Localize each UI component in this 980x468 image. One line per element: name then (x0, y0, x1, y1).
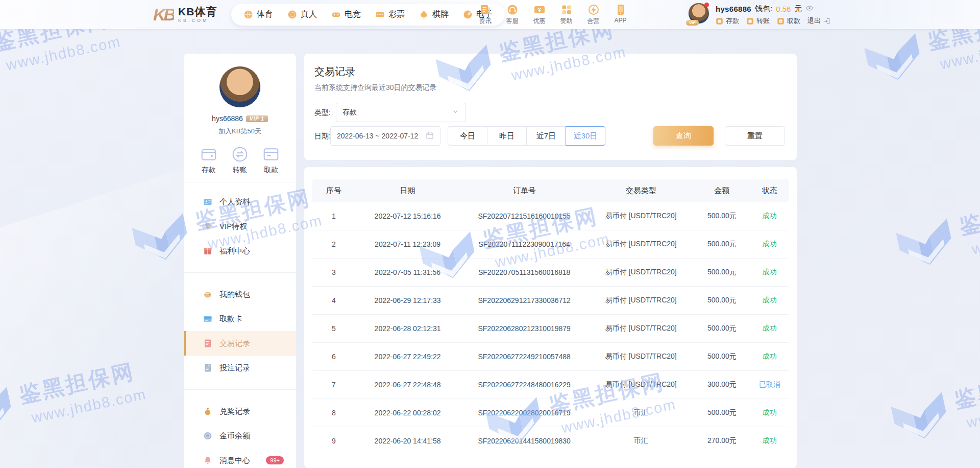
sidebar-item-投注记录[interactable]: 投注记录 (184, 356, 296, 380)
site-domain: KB.COM (178, 18, 217, 23)
watermark-shield-icon (891, 214, 961, 279)
sidebar-item-我的钱包[interactable]: 我的钱包 (184, 282, 296, 307)
logout-button[interactable]: 退出 (807, 16, 830, 26)
cell-date: 2022-06-28 02:12:31 (355, 324, 460, 333)
sidebar-item-VIP特权[interactable]: VIP特权 (184, 214, 296, 239)
user-action-取款[interactable]: 取款 (777, 16, 800, 26)
table-row[interactable]: 62022-06-27 22:49:22SF202206272249210057… (312, 343, 789, 371)
sidebar-quick-取款[interactable]: 取款 (263, 146, 279, 175)
avatar[interactable]: VIP (688, 3, 709, 24)
sidebar-item-兑奖记录[interactable]: 兑奖记录 (184, 399, 296, 424)
nav-item-label: 真人 (301, 9, 317, 20)
utility-item-APP[interactable]: APP (607, 4, 634, 26)
user-action-转账[interactable]: 转账 (746, 16, 770, 26)
profile-avatar[interactable] (219, 66, 261, 108)
sidebar-item-label: 福利中心 (219, 246, 250, 256)
date-label: 日期: (314, 132, 331, 141)
range-button-近7日[interactable]: 近7日 (526, 126, 566, 146)
cell-date: 2022-06-27 22:49:22 (355, 353, 460, 361)
nav-item-真人[interactable]: 真人 (280, 9, 324, 20)
sidebar-item-label: 投注记录 (219, 363, 250, 373)
cell-amount: 500.00元 (693, 352, 750, 361)
utility-item-label: 资讯 (479, 17, 492, 26)
cell-type: 易币付 [USDT/TRC20] (589, 380, 693, 389)
kb-logo[interactable]: KB KB体育 KB.COM (153, 5, 217, 25)
range-button-昨日[interactable]: 昨日 (487, 126, 527, 146)
watermark-title: 鉴黑担保网 (952, 361, 980, 414)
cell-type: 易币付 [USDT/TRC20] (589, 352, 693, 361)
type-select[interactable]: 存款 (336, 103, 466, 122)
quick-actions: 存款转账取款 (184, 136, 296, 182)
sidebar-quick-存款[interactable]: 存款 (201, 146, 217, 175)
user-action-label: 取款 (787, 16, 800, 26)
watermark-url: www.jhdb8.com (965, 391, 980, 432)
table-row[interactable]: 82022-06-22 00:28:02SF202206220028020016… (312, 399, 789, 427)
sidebar-item-交易记录[interactable]: 交易记录 (184, 331, 296, 356)
table-row[interactable]: 22022-07-11 12:23:09SF202207111223090017… (312, 230, 789, 259)
range-button-今日[interactable]: 今日 (448, 126, 487, 146)
lottery-icon (375, 10, 385, 19)
cell-order: SF202206201441580019830 (460, 437, 589, 445)
table-row[interactable]: 92022-06-20 14:41:58SF202206201441580019… (312, 427, 789, 455)
menu-divider (184, 272, 296, 273)
vip-level-badge: VIP 1 (246, 115, 268, 122)
table-row[interactable]: 52022-06-28 02:12:31SF202206280212310019… (312, 315, 789, 343)
utility-item-资讯[interactable]: 资讯 (472, 4, 499, 26)
reset-button[interactable]: 重置 (725, 126, 785, 146)
nav-item-电竞[interactable]: 电竞 (324, 9, 368, 20)
coin-icon (203, 431, 212, 440)
utility-item-label: 合营 (587, 17, 600, 26)
watermark-shield-icon (886, 387, 955, 453)
sidebar-quick-label: 存款 (202, 166, 216, 175)
cell-order: SF202207051131560016818 (460, 268, 589, 276)
cell-status: 成功 (750, 408, 789, 417)
table-row[interactable]: 12022-07-12 15:16:16SF202207121516160010… (312, 202, 789, 230)
range-button-近30日[interactable]: 近30日 (566, 126, 605, 146)
search-button[interactable]: 查询 (653, 126, 714, 146)
table-row[interactable]: 32022-07-05 11:31:56SF202207051131560016… (312, 259, 789, 287)
cell-no: 3 (312, 268, 355, 276)
profile-card: hys66886 VIP 1 加入KB第50天 (184, 54, 296, 136)
nav-item-体育[interactable]: 体育 (236, 9, 280, 20)
user-action-存款[interactable]: 存款 (716, 16, 739, 26)
eye-toggle[interactable] (805, 4, 814, 14)
utility-item-优惠[interactable]: 优惠 (526, 4, 553, 26)
nav-item-彩票[interactable]: 彩票 (368, 9, 412, 20)
sidebar-item-金币余额[interactable]: 金币余额 (184, 424, 296, 448)
column-header-交易类型: 交易类型 (589, 186, 693, 196)
utility-item-客服[interactable]: 客服 (499, 4, 526, 26)
calendar-icon-wrap (426, 131, 434, 141)
column-header-订单号: 订单号 (460, 186, 589, 196)
nav-item-label: 电竞 (345, 9, 361, 20)
kb-logo-mark: KB (153, 5, 174, 25)
utility-item-赞助[interactable]: 赞助 (553, 4, 580, 26)
utility-item-合营[interactable]: 合营 (580, 4, 607, 26)
promo-icon (533, 4, 546, 16)
sidebar-item-个人资料[interactable]: 个人资料 (184, 190, 296, 214)
service-icon (506, 4, 519, 16)
sidebar-item-取款卡[interactable]: 取款卡 (184, 307, 296, 331)
table-body: 12022-07-12 15:16:16SF202207121516160010… (312, 202, 789, 455)
cell-order: SF202206272248480016229 (460, 381, 589, 389)
table-row[interactable]: 72022-06-27 22:48:48SF202206272248480016… (312, 371, 789, 399)
date-range-input[interactable]: 2022-06-13 ~ 2022-07-12 (330, 126, 440, 146)
live-icon (287, 10, 297, 19)
sidebar-item-消息中心[interactable]: 消息中心99+ (184, 448, 296, 468)
type-select-value: 存款 (342, 108, 357, 117)
sidebar-item-label: 个人资料 (219, 197, 250, 207)
cell-order: SF202207121516160010155 (460, 212, 589, 220)
piggy-icon (203, 290, 212, 299)
column-header-序号: 序号 (312, 186, 355, 196)
column-header-日期: 日期 (355, 186, 460, 196)
table-row[interactable]: 42022-06-29 12:17:33SF202206291217330036… (312, 287, 789, 315)
menu-divider (184, 389, 296, 390)
sidebar-quick-转账[interactable]: 转账 (232, 146, 248, 175)
main-nav: 体育真人电竞彩票棋牌电子 (231, 4, 505, 26)
vip-ribbon: VIP (686, 20, 699, 26)
bankcard-icon (203, 314, 212, 323)
cell-amount: 500.00元 (693, 324, 750, 333)
bets-icon (203, 363, 212, 372)
watermark-shield-icon (0, 382, 21, 448)
sidebar-item-福利中心[interactable]: 福利中心 (184, 239, 296, 263)
nav-item-棋牌[interactable]: 棋牌 (412, 9, 456, 20)
